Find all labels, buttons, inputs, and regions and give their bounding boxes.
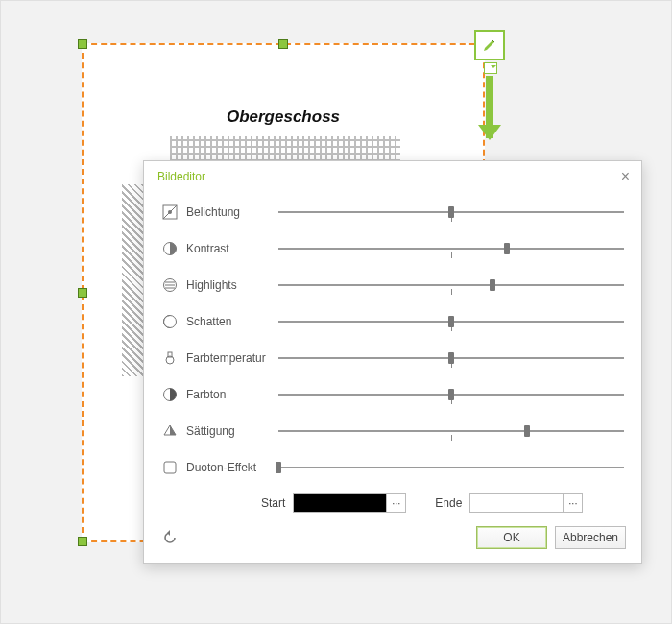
slider-label: Highlights <box>186 278 278 292</box>
slider-label: Duoton-Effekt <box>186 461 278 474</box>
ok-button[interactable]: OK <box>476 526 547 549</box>
slider-track[interactable] <box>278 348 624 368</box>
slider-row: Duoton-Effekt <box>161 449 624 486</box>
slider-icon <box>161 313 179 330</box>
edit-image-button[interactable] <box>474 30 505 60</box>
slider-thumb[interactable] <box>504 243 510 254</box>
duotone-start-label: Start <box>261 496 285 510</box>
reset-button[interactable] <box>161 529 179 546</box>
slider-icon <box>161 386 179 403</box>
slider-thumb[interactable] <box>448 316 454 327</box>
slider-thumb[interactable] <box>524 425 530 437</box>
slider-track[interactable] <box>278 458 624 477</box>
duotone-start-color[interactable]: ··· <box>293 493 406 513</box>
svg-rect-9 <box>164 462 176 473</box>
slider-icon <box>161 459 179 476</box>
color-picker-more[interactable]: ··· <box>563 494 582 512</box>
slider-track[interactable] <box>278 203 624 222</box>
edit-dropdown-button[interactable] <box>484 62 497 74</box>
slider-icon <box>161 276 179 294</box>
resize-handle-l[interactable] <box>78 288 87 298</box>
slider-row: Kontrast <box>161 230 624 267</box>
color-picker-more[interactable]: ··· <box>386 494 405 512</box>
slider-thumb[interactable] <box>448 206 454 218</box>
duotone-end-color[interactable]: ··· <box>469 493 583 513</box>
slider-icon <box>161 240 179 257</box>
dialog-title: Bildeditor <box>157 170 205 183</box>
slider-track[interactable] <box>278 421 624 441</box>
slider-label: Kontrast <box>186 242 278 255</box>
resize-handle-t[interactable] <box>278 39 288 49</box>
slider-icon <box>161 422 179 440</box>
callout-arrow <box>486 76 493 138</box>
resize-handle-bl[interactable] <box>78 537 87 546</box>
resize-handle-tl[interactable] <box>78 39 87 49</box>
slider-row: Farbton <box>161 376 624 413</box>
slider-track[interactable] <box>278 239 624 258</box>
slider-row: Highlights <box>161 267 624 303</box>
slider-thumb[interactable] <box>276 462 281 473</box>
slider-icon <box>161 349 179 367</box>
svg-rect-8 <box>164 462 176 473</box>
slider-track[interactable] <box>278 385 624 404</box>
slider-row: Belichtung <box>161 194 624 230</box>
slider-track[interactable] <box>278 276 624 295</box>
slider-track[interactable] <box>278 312 624 331</box>
slider-label: Sättigung <box>186 424 278 438</box>
pencil-icon <box>482 37 497 53</box>
close-button[interactable]: × <box>621 169 630 184</box>
slider-row: Sättigung <box>161 413 624 449</box>
image-editor-dialog: Bildeditor × BelichtungKontrastHighlight… <box>143 160 642 564</box>
slider-label: Farbtemperatur <box>186 351 278 365</box>
svg-point-1 <box>168 210 172 214</box>
slider-thumb[interactable] <box>448 389 454 400</box>
slider-thumb[interactable] <box>490 279 495 291</box>
slider-label: Schatten <box>186 315 278 328</box>
reset-icon <box>162 530 178 545</box>
slider-row: Schatten <box>161 303 624 340</box>
slider-label: Farbton <box>186 388 278 401</box>
duotone-end-label: Ende <box>435 496 462 510</box>
cancel-button[interactable]: Abbrechen <box>555 526 626 549</box>
image-heading: Obergeschoss <box>84 108 483 127</box>
slider-icon <box>161 204 179 221</box>
slider-row: Farbtemperatur <box>161 340 624 376</box>
slider-thumb[interactable] <box>448 352 454 364</box>
slider-label: Belichtung <box>186 205 278 219</box>
